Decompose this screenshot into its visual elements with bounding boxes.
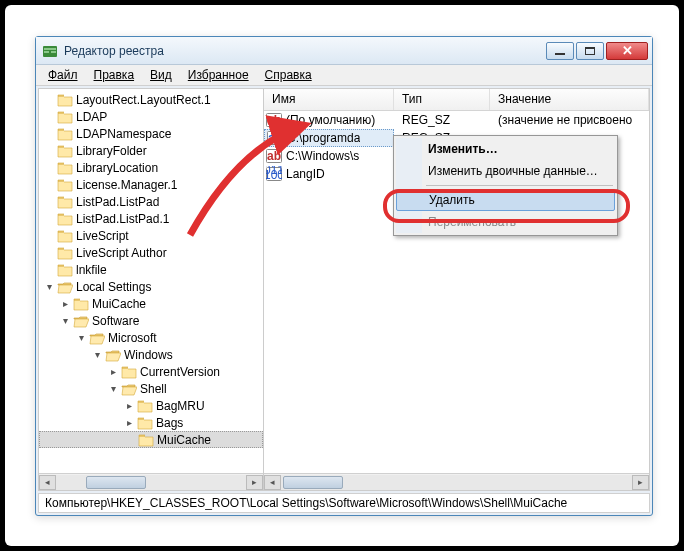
folder-icon: [89, 331, 105, 345]
tree-label: CurrentVersion: [140, 365, 220, 379]
folder-icon: [57, 127, 73, 141]
tree-item[interactable]: License.Manager.1: [39, 176, 263, 193]
tree-label: Local Settings: [76, 280, 151, 294]
collapse-icon[interactable]: ▾: [43, 280, 56, 293]
expander-placeholder: [43, 195, 56, 208]
folder-icon: [57, 195, 73, 209]
menu-favorites[interactable]: Избранное: [180, 66, 257, 84]
folder-icon: [57, 246, 73, 260]
value-name: LangID: [286, 167, 325, 181]
registry-tree[interactable]: LayoutRect.LayoutRect.1LDAPLDAPNamespace…: [39, 89, 263, 473]
tree-item[interactable]: ▾Software: [39, 312, 263, 329]
ctx-delete[interactable]: Удалить: [396, 189, 615, 211]
list-header: Имя Тип Значение: [264, 89, 649, 111]
tree-label: MuiCache: [92, 297, 146, 311]
menu-edit[interactable]: Правка: [86, 66, 143, 84]
tree-item[interactable]: LDAP: [39, 108, 263, 125]
expander-placeholder: [43, 178, 56, 191]
tree-item[interactable]: LDAPNamespace: [39, 125, 263, 142]
value-name: (По умолчанию): [286, 113, 375, 127]
folder-icon: [57, 93, 73, 107]
close-button[interactable]: ✕: [606, 42, 648, 60]
expander-placeholder: [124, 433, 137, 446]
folder-icon: [57, 280, 73, 294]
tree-item[interactable]: ▾Shell: [39, 380, 263, 397]
tree-item[interactable]: ▾Microsoft: [39, 329, 263, 346]
binary-value-icon: [266, 166, 282, 182]
tree-label: Shell: [140, 382, 167, 396]
column-name[interactable]: Имя: [264, 89, 394, 110]
expand-icon[interactable]: ▸: [107, 365, 120, 378]
list-hscroll[interactable]: ◂ ▸: [264, 473, 649, 490]
tree-item[interactable]: lnkfile: [39, 261, 263, 278]
tree-label: LDAP: [76, 110, 107, 124]
svg-rect-2: [44, 51, 49, 53]
tree-item[interactable]: LiveScript: [39, 227, 263, 244]
maximize-button[interactable]: [576, 42, 604, 60]
tree-label: lnkfile: [76, 263, 107, 277]
tree-label: Windows: [124, 348, 173, 362]
tree-item[interactable]: LibraryLocation: [39, 159, 263, 176]
scroll-thumb[interactable]: [86, 476, 146, 489]
app-icon: [42, 43, 58, 59]
tree-label: MuiCache: [157, 433, 211, 447]
expander-placeholder: [43, 212, 56, 225]
menu-file[interactable]: Файл: [40, 66, 86, 84]
value-data: (значение не присвоено: [490, 113, 649, 127]
list-row[interactable]: (По умолчанию)REG_SZ(значение не присвое…: [264, 111, 649, 129]
tree-item[interactable]: ▸MuiCache: [39, 295, 263, 312]
tree-item[interactable]: LibraryFolder: [39, 142, 263, 159]
ctx-rename[interactable]: Переименовать: [396, 211, 615, 233]
expander-placeholder: [43, 229, 56, 242]
ctx-modify[interactable]: Изменить…: [396, 138, 615, 160]
context-menu: Изменить… Изменить двоичные данные… Удал…: [393, 135, 618, 236]
folder-icon: [137, 416, 153, 430]
column-type[interactable]: Тип: [394, 89, 490, 110]
expand-icon[interactable]: ▸: [123, 399, 136, 412]
tree-item[interactable]: ▾Windows: [39, 346, 263, 363]
expander-placeholder: [43, 93, 56, 106]
collapse-icon[interactable]: ▾: [75, 331, 88, 344]
tree-item[interactable]: MuiCache: [39, 431, 263, 448]
expander-placeholder: [43, 246, 56, 259]
ctx-modify-binary[interactable]: Изменить двоичные данные…: [396, 160, 615, 182]
tree-label: LibraryFolder: [76, 144, 147, 158]
folder-icon: [105, 348, 121, 362]
menubar: Файл Правка Вид Избранное Справка: [36, 65, 652, 86]
value-name: C:\Windows\s: [286, 149, 359, 163]
tree-item[interactable]: ▾Local Settings: [39, 278, 263, 295]
tree-hscroll[interactable]: ◂ ▸: [39, 473, 263, 490]
string-value-icon: [267, 130, 283, 146]
expand-icon[interactable]: ▸: [59, 297, 72, 310]
folder-icon: [138, 433, 154, 447]
folder-icon: [73, 297, 89, 311]
scroll-thumb[interactable]: [283, 476, 343, 489]
folder-icon: [121, 382, 137, 396]
scroll-left-button[interactable]: ◂: [264, 475, 281, 490]
tree-item[interactable]: ListPad.ListPad.1: [39, 210, 263, 227]
tree-item[interactable]: ▸CurrentVersion: [39, 363, 263, 380]
expander-placeholder: [43, 144, 56, 157]
tree-item[interactable]: LiveScript Author: [39, 244, 263, 261]
menu-view[interactable]: Вид: [142, 66, 180, 84]
scroll-right-button[interactable]: ▸: [246, 475, 263, 490]
menu-help[interactable]: Справка: [257, 66, 320, 84]
tree-item[interactable]: ListPad.ListPad: [39, 193, 263, 210]
tree-label: BagMRU: [156, 399, 205, 413]
tree-label: Microsoft: [108, 331, 157, 345]
column-value[interactable]: Значение: [490, 89, 649, 110]
expand-icon[interactable]: ▸: [123, 416, 136, 429]
collapse-icon[interactable]: ▾: [59, 314, 72, 327]
folder-icon: [57, 110, 73, 124]
collapse-icon[interactable]: ▾: [91, 348, 104, 361]
titlebar[interactable]: Редактор реестра ✕: [36, 37, 652, 65]
tree-item[interactable]: ▸BagMRU: [39, 397, 263, 414]
tree-label: ListPad.ListPad.1: [76, 212, 169, 226]
scroll-right-button[interactable]: ▸: [632, 475, 649, 490]
tree-item[interactable]: ▸Bags: [39, 414, 263, 431]
collapse-icon[interactable]: ▾: [107, 382, 120, 395]
scroll-left-button[interactable]: ◂: [39, 475, 56, 490]
tree-item[interactable]: LayoutRect.LayoutRect.1: [39, 91, 263, 108]
folder-icon: [57, 212, 73, 226]
minimize-button[interactable]: [546, 42, 574, 60]
